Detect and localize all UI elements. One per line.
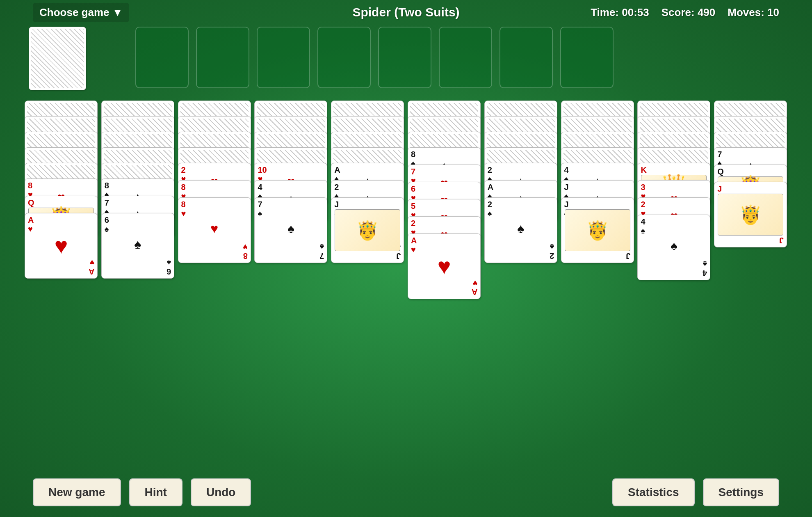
foundation-6 bbox=[439, 27, 492, 88]
column-9[interactable]: 7♠7♠♠Q♠Q♠👸J♥J♥🤴 bbox=[714, 101, 787, 464]
foundation-8 bbox=[560, 27, 614, 88]
column-5[interactable]: 8♠8♠♠7♥7♥♥6♥6♥♥5♥5♥♥2♥2♥♥A♥A♥♥ bbox=[408, 101, 481, 464]
card-face-2♠[interactable]: 2♠2♠♠ bbox=[484, 197, 557, 263]
time-display: Time: 00:53 bbox=[591, 6, 649, 19]
column-7[interactable]: 4♠4♠♠J♠J♠♠J♠J♠🤴 bbox=[561, 101, 634, 464]
moves-display: Moves: 10 bbox=[728, 6, 779, 19]
bottom-right-buttons: Statistics Settings bbox=[612, 478, 779, 506]
stock-pile[interactable] bbox=[29, 27, 86, 90]
column-6[interactable]: 2♠2♠♠A♠A♠♠2♠2♠♠ bbox=[484, 101, 558, 464]
foundation-4 bbox=[317, 27, 371, 88]
card-face-6♠[interactable]: 6♠6♠♠ bbox=[101, 213, 174, 279]
bottom-bar: New game Hint Undo Statistics Settings bbox=[0, 468, 812, 517]
card-face-A♥[interactable]: A♥A♥♥ bbox=[25, 213, 98, 279]
columns-area: 8♥8♥♥Q♥Q♥👸A♥A♥♥8♠8♠♠7♠7♠♠6♠6♠♠2♥2♥♥8♥8♥♥… bbox=[25, 101, 787, 464]
foundation-5 bbox=[378, 27, 431, 88]
choose-game-button[interactable]: Choose game ▼ bbox=[33, 3, 129, 22]
settings-button[interactable]: Settings bbox=[703, 478, 779, 506]
column-0[interactable]: 8♥8♥♥Q♥Q♥👸A♥A♥♥ bbox=[25, 101, 98, 464]
new-game-button[interactable]: New game bbox=[33, 478, 121, 506]
card-face-J♠[interactable]: J♠J♠🤴 bbox=[561, 197, 634, 263]
card-face-J♠[interactable]: J♠J♠🤴 bbox=[331, 197, 404, 263]
foundation-1 bbox=[135, 27, 189, 88]
card-face-8♥[interactable]: 8♥8♥♥ bbox=[178, 197, 251, 263]
foundation-2 bbox=[196, 27, 249, 88]
header: Choose game ▼ Spider (Two Suits) Time: 0… bbox=[0, 0, 812, 25]
column-8[interactable]: K♥K♥👑3♥3♥♥2♥2♥♥4♠4♠♠ bbox=[637, 101, 711, 464]
foundation-7 bbox=[500, 27, 553, 88]
card-face-J♥[interactable]: J♥J♥🤴 bbox=[714, 182, 787, 247]
column-2[interactable]: 2♥2♥♥8♥8♥♥♥♥♥♥♥♥♥8♥8♥♥ bbox=[178, 101, 251, 464]
game-title: Spider (Two Suits) bbox=[352, 5, 459, 19]
hint-button[interactable]: Hint bbox=[129, 478, 182, 506]
column-3[interactable]: 10♥10♥♥4♠4♠♠7♠7♠♠ bbox=[254, 101, 328, 464]
card-face-A♥[interactable]: A♥A♥♥ bbox=[408, 233, 481, 299]
foundation-3 bbox=[257, 27, 310, 88]
foundation-area bbox=[135, 27, 783, 88]
score-display: Score: 490 bbox=[661, 6, 716, 19]
card-face-7♠[interactable]: 7♠7♠♠ bbox=[254, 197, 327, 263]
column-4[interactable]: A♠A♠♠2♠2♠♠J♠J♠🤴 bbox=[331, 101, 404, 464]
game-stats: Time: 00:53 Score: 490 Moves: 10 bbox=[591, 6, 779, 19]
column-1[interactable]: 8♠8♠♠7♠7♠♠6♠6♠♠ bbox=[101, 101, 175, 464]
undo-button[interactable]: Undo bbox=[191, 478, 251, 506]
card-face-4♠[interactable]: 4♠4♠♠ bbox=[637, 215, 710, 280]
statistics-button[interactable]: Statistics bbox=[612, 478, 695, 506]
